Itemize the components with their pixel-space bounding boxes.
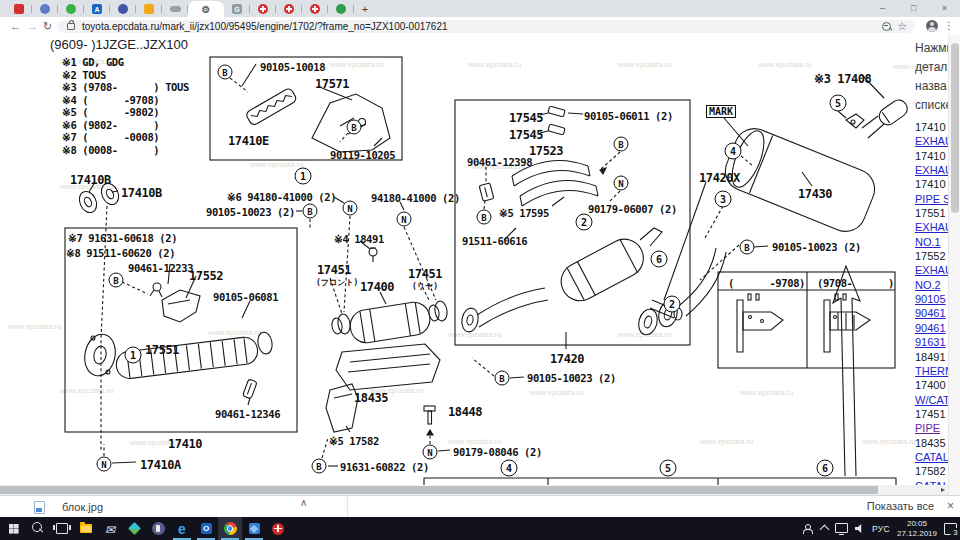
tab-2[interactable] — [32, 1, 58, 17]
vertical-scrollbar-thumb[interactable] — [951, 43, 959, 213]
photos-glyph — [249, 523, 260, 534]
outlook-glyph — [201, 523, 212, 534]
sidebar-part-number: 18435 — [915, 436, 948, 450]
tray-time: 20:05 — [907, 519, 927, 528]
part-label: 17451 — [317, 263, 351, 277]
taskbar-maps-icon[interactable] — [122, 517, 146, 540]
callout-4: 4 — [725, 143, 742, 160]
hidden-icons-chevron-icon[interactable] — [820, 525, 830, 535]
taskbar-phone-icon[interactable] — [146, 517, 170, 540]
tab-13[interactable] — [328, 1, 354, 17]
taskbar-chrome-icon[interactable] — [218, 517, 242, 540]
sidebar-part-link[interactable]: W/CAT — [915, 393, 948, 407]
sidebar-part-link[interactable]: CATAL — [915, 450, 948, 464]
url-text[interactable]: toyota.epcdata.ru/mark_ii/jzx100/95495/e… — [82, 21, 448, 32]
download-filename[interactable]: блок.jpg — [62, 501, 103, 513]
tab-active[interactable]: ⚙ — [188, 1, 224, 17]
taskbar-start-icon[interactable] — [2, 517, 26, 540]
sidebar-part-number: 17410 — [915, 120, 948, 134]
reload-icon[interactable]: ↻ — [43, 17, 52, 35]
sidebar-part-link[interactable]: NO.2 — [915, 278, 948, 292]
sidebar-part-link[interactable]: PIPE S — [915, 192, 948, 206]
sidebar-part-link[interactable]: 90461 — [915, 321, 948, 335]
part-label: ※6 94180-41000 (2) — [227, 191, 336, 203]
callout-B: B — [477, 210, 492, 225]
tab-7[interactable] — [162, 1, 188, 17]
download-chevron-icon[interactable]: ∧ — [300, 497, 307, 508]
language-indicator[interactable]: РУС — [872, 524, 890, 534]
part-label: 18448 — [448, 405, 482, 419]
tab-3[interactable] — [58, 1, 84, 17]
phone-glyph — [152, 522, 165, 535]
part-label: 90179-06007 (2) — [588, 203, 677, 215]
sidebar-part-link[interactable]: EXHAUS — [915, 134, 948, 148]
bookmark-star-icon[interactable]: ☆ — [897, 20, 907, 33]
sidebar-part-link[interactable]: EXHAUS — [915, 220, 948, 234]
profile-avatar[interactable] — [926, 20, 938, 32]
tab-11[interactable] — [276, 1, 302, 17]
taskbar-explorer-icon[interactable] — [74, 517, 98, 540]
vertical-scrollbar[interactable] — [948, 35, 960, 495]
forward-icon[interactable]: → — [27, 17, 38, 35]
horizontal-scrollbar[interactable] — [0, 485, 948, 495]
download-item[interactable]: блок.jpg ∧ — [0, 496, 348, 518]
taskbar-photos-icon[interactable] — [242, 517, 266, 540]
show-all-downloads-button[interactable]: Показать все — [867, 500, 934, 512]
scroll-right-arrow-icon[interactable] — [941, 488, 945, 492]
tab-strip: A⚙G+ – □ × — [0, 0, 960, 17]
sidebar-part-link[interactable]: PIPE — [915, 421, 948, 435]
tab-4[interactable]: A — [84, 1, 110, 17]
tab-9[interactable]: G — [224, 1, 250, 17]
download-bar-close-icon[interactable]: × — [947, 499, 954, 513]
tab-10[interactable] — [250, 1, 276, 17]
taskbar-redapp-icon[interactable] — [266, 517, 290, 540]
tray-date: 27.12.2019 — [897, 529, 937, 538]
action-center-icon[interactable]: 3 — [944, 523, 957, 535]
taskbar-edge-icon[interactable] — [170, 517, 194, 540]
people-icon[interactable] — [802, 524, 814, 534]
taskbar-taskview-icon[interactable] — [50, 517, 74, 540]
sidebar-part-link[interactable]: EXHAUS — [915, 263, 948, 277]
taskbar-mail-icon[interactable] — [98, 517, 122, 540]
part-label: 17552 — [189, 269, 223, 283]
close-button[interactable]: × — [929, 0, 960, 17]
sidebar-part-link[interactable]: 90461 — [915, 306, 948, 320]
browser-toolbar: ← → ↻ toyota.epcdata.ru/mark_ii/jzx100/9… — [0, 17, 960, 36]
network-icon[interactable] — [835, 523, 848, 533]
volume-icon[interactable] — [855, 524, 865, 533]
minimize-button[interactable]: – — [867, 0, 898, 17]
sidebar-part-list: 17410EXHAUS17410EXHAUS17410PIPE S17551EX… — [915, 120, 948, 485]
maximize-button[interactable]: □ — [898, 0, 929, 17]
browser-menu-icon[interactable]: ⋮ — [944, 17, 954, 35]
clock[interactable]: 20:05 27.12.2019 — [897, 519, 937, 539]
new-tab-button[interactable]: + — [354, 1, 376, 17]
taskbar-outlook-icon[interactable] — [194, 517, 218, 540]
back-icon[interactable]: ← — [10, 17, 21, 35]
part-label: 17410A — [140, 458, 181, 472]
lock-icon — [67, 23, 75, 30]
taskview-glyph — [56, 523, 68, 534]
part-label: 17410 — [168, 437, 202, 451]
part-label: 91511-60616 — [462, 235, 527, 247]
sidebar-part-link[interactable]: EXHAUS — [915, 163, 948, 177]
tab-1[interactable] — [6, 1, 32, 17]
callout-B: B — [740, 240, 755, 255]
part-label: 17430 — [798, 187, 832, 201]
sidebar-part-link[interactable]: NO.1 — [915, 235, 948, 249]
callout-B: B — [347, 120, 362, 135]
diagram-labels: ※1 GD, GDG※2 TOUS※3 (9708- ) TOUS※4 ( -9… — [0, 35, 960, 485]
taskbar-search-icon[interactable] — [26, 517, 50, 540]
callout-N: N — [614, 176, 629, 191]
zoom-level-icon[interactable] — [882, 22, 891, 31]
callout-N: N — [423, 445, 438, 460]
address-bar[interactable]: toyota.epcdata.ru/mark_ii/jzx100/95495/e… — [57, 20, 915, 33]
horizontal-scrollbar-thumb[interactable] — [0, 486, 878, 494]
tab-5[interactable] — [110, 1, 136, 17]
callout-4: 4 — [501, 460, 518, 477]
sidebar-part-link[interactable]: 90105 — [915, 292, 948, 306]
tab-6[interactable] — [136, 1, 162, 17]
sidebar-part-link[interactable]: THERM — [915, 364, 948, 378]
maps-glyph — [128, 522, 141, 535]
tab-12[interactable] — [302, 1, 328, 17]
sidebar-part-link[interactable]: 91631 — [915, 335, 948, 349]
